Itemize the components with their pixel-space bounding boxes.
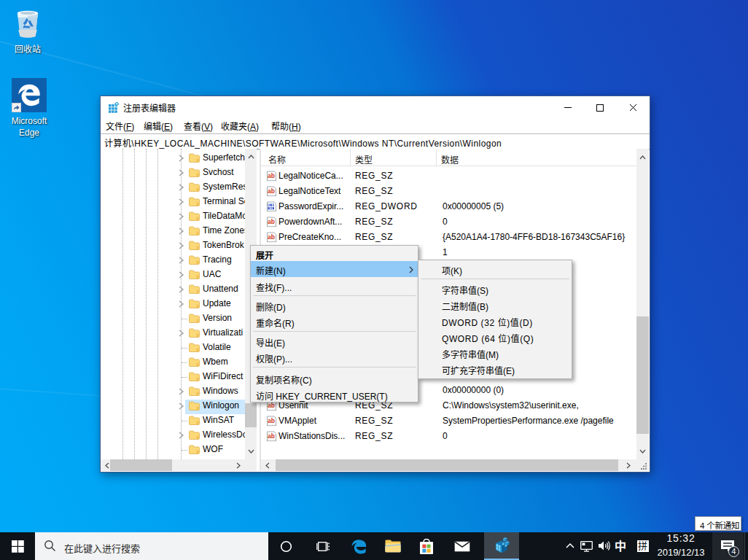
svg-text:ab: ab [268, 417, 275, 424]
svg-text:ab: ab [268, 432, 275, 440]
svg-text:ab: ab [268, 218, 275, 225]
svg-text:ab: ab [268, 233, 275, 241]
svg-text:ab: ab [268, 402, 275, 409]
svg-text:ab: ab [268, 187, 275, 195]
svg-text:ab: ab [268, 172, 275, 179]
